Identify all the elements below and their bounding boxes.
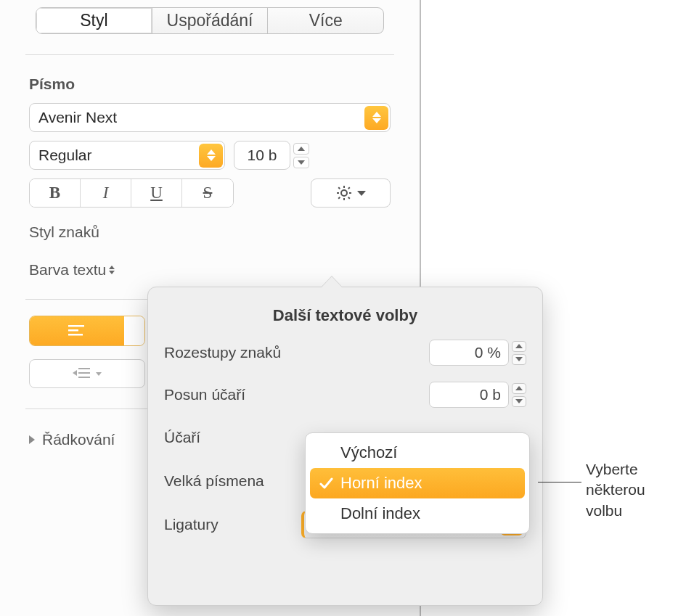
baseline-option-label: Horní index (340, 474, 422, 493)
bold-button[interactable]: B (30, 179, 81, 207)
stepper-up[interactable] (512, 341, 526, 352)
popover-title: Další textové volby (164, 306, 526, 325)
character-spacing-stepper (512, 341, 526, 365)
indent-button[interactable] (29, 359, 145, 388)
callout-leader-line (538, 482, 581, 482)
text-color-label-row: Barva textu (29, 261, 420, 279)
font-family-value: Avenir Next (38, 109, 117, 126)
baseline-option-default[interactable]: Výchozí (310, 438, 525, 468)
chevron-down-icon (96, 372, 102, 376)
baseline-label: Účaří (164, 429, 200, 446)
tab-more[interactable]: Více (268, 8, 383, 33)
font-weight-select[interactable]: Regular (29, 141, 225, 170)
font-size-stepper-down[interactable] (293, 157, 309, 168)
tab-layout[interactable]: Uspořádání (152, 8, 269, 33)
font-size-stepper (293, 141, 309, 170)
strikethrough-button[interactable]: S (182, 179, 233, 207)
underline-button[interactable]: U (131, 179, 182, 207)
baseline-option-subscript[interactable]: Dolní index (310, 498, 525, 529)
gear-icon (335, 184, 353, 202)
callout-line-3: volbu (586, 501, 645, 521)
text-style-group: B I U S (29, 178, 234, 208)
baseline-shift-stepper (512, 383, 526, 407)
text-color-label: Barva textu (29, 261, 106, 279)
svg-rect-1 (68, 329, 78, 332)
alignment-group (29, 316, 145, 346)
chevron-down-icon (357, 191, 366, 196)
tab-style[interactable]: Styl (36, 8, 152, 33)
svg-marker-6 (73, 370, 77, 376)
font-section-label: Písmo (29, 75, 420, 93)
callout-line-2: některou (586, 480, 645, 500)
dropdown-caret-icon (364, 106, 388, 130)
font-weight-value: Regular (38, 147, 92, 164)
divider (25, 54, 394, 55)
callout-text: Vyberte některou volbu (586, 459, 645, 521)
baseline-shift-label: Posun účaří (164, 386, 245, 403)
character-style-label: Styl znaků (29, 223, 420, 241)
stepper-down[interactable] (512, 396, 526, 407)
baseline-dropdown-menu: Výchozí Horní index Dolní index (305, 432, 530, 534)
updown-caret-icon (109, 266, 115, 274)
ligatures-label: Ligatury (164, 516, 219, 533)
italic-button[interactable]: I (81, 179, 131, 207)
font-size-stepper-up[interactable] (293, 143, 309, 155)
baseline-shift-input[interactable]: 0 b (429, 382, 509, 408)
font-size-field: 10 b (234, 141, 309, 170)
line-spacing-label: Řádkování (42, 431, 115, 448)
popover-arrow-icon (321, 276, 343, 288)
decrease-indent-icon (73, 366, 91, 381)
font-family-select[interactable]: Avenir Next (29, 103, 391, 132)
stepper-up[interactable] (512, 383, 526, 394)
inspector-tabs: Styl Uspořádání Více (36, 7, 384, 34)
svg-rect-2 (68, 334, 83, 336)
baseline-option-superscript[interactable]: Horní index (310, 468, 525, 498)
svg-rect-0 (68, 325, 84, 327)
character-spacing-label: Rozestupy znaků (164, 344, 281, 361)
align-left-button[interactable] (30, 316, 124, 345)
svg-rect-5 (78, 377, 90, 378)
check-icon (319, 476, 333, 490)
align-left-icon (67, 323, 87, 339)
align-placeholder (124, 316, 144, 345)
stepper-down[interactable] (512, 354, 526, 365)
advanced-text-options-button[interactable] (311, 178, 391, 208)
capitalization-label: Velká písmena (164, 472, 264, 490)
svg-rect-3 (78, 368, 90, 369)
chevron-right-icon (29, 435, 35, 444)
font-size-input[interactable]: 10 b (234, 141, 290, 170)
character-spacing-input[interactable]: 0 % (429, 340, 509, 366)
svg-rect-4 (78, 372, 90, 374)
callout-line-1: Vyberte (586, 459, 645, 480)
dropdown-caret-icon (199, 144, 223, 168)
